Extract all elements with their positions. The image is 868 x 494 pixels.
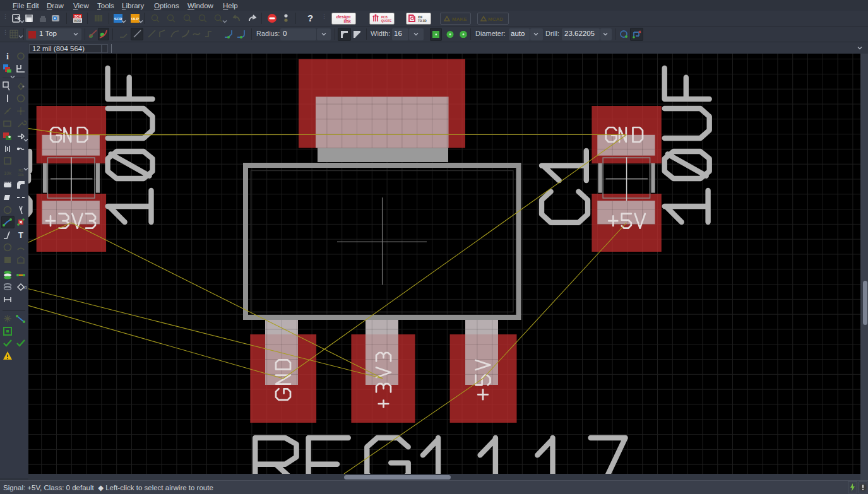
svg-text:TO 3D: TO 3D [418, 20, 427, 23]
svg-text:QUOTE: QUOTE [381, 20, 391, 23]
svg-text:MCAD: MCAD [488, 16, 503, 22]
svg-text:MAKE: MAKE [452, 16, 467, 22]
svg-text:AT: AT [23, 286, 27, 290]
svg-text:10k: 10k [4, 171, 11, 175]
svg-text:10k: 10k [18, 173, 25, 177]
svg-text:T: T [18, 230, 23, 240]
svg-text:link: link [343, 19, 351, 23]
svg-text:IDF: IDF [418, 16, 423, 19]
svg-text:SCH: SCH [74, 15, 81, 18]
svg-text:PCB: PCB [381, 16, 388, 19]
svg-text:BRD: BRD [74, 19, 81, 23]
svg-text:i: i [6, 52, 9, 61]
